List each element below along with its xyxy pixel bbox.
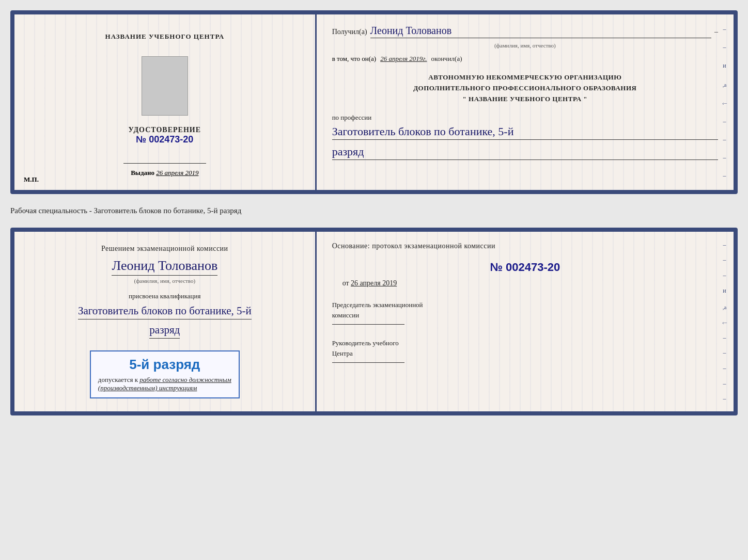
razryad-name-2: разряд xyxy=(149,324,180,339)
deco-dash: – xyxy=(723,118,726,124)
razryad-name-1: разряд xyxy=(332,145,718,160)
predsedatel-label: Председатель экзаменационной комиссии xyxy=(332,300,718,320)
vydano-date: 26 апреля 2019 xyxy=(156,169,198,177)
predsedatel-line1: Председатель экзаменационной xyxy=(332,301,423,309)
blue-box-text: допускается к работе согласно должностны… xyxy=(98,376,231,392)
org-line3: " НАЗВАНИЕ УЧЕБНОГО ЦЕНТРА " xyxy=(332,94,718,105)
profession-name-2: Заготовитель блоков по ботанике, 5-й xyxy=(78,305,252,319)
deco-i: и xyxy=(723,287,726,295)
received-dash: – xyxy=(714,28,718,36)
card2-left: Решением экзаменационной комиссии Леонид… xyxy=(14,232,317,411)
vydano-label: Выдано xyxy=(131,169,154,177)
vydano-section: Выдано 26 апреля 2019 xyxy=(131,169,198,177)
side-decorations-2: – – – и ,а ‹– – – – – – xyxy=(718,232,731,411)
deco-dash: – xyxy=(723,365,726,371)
vtom-prefix: в том, что он(а) xyxy=(332,55,377,63)
po-professii-label: по профессии xyxy=(332,114,718,122)
deco-dash: – xyxy=(723,44,726,50)
osnovanie-label: Основание: протокол экзаменационной коми… xyxy=(332,242,718,250)
predsedatel-sign-line xyxy=(332,324,404,325)
mp-label: М.П. xyxy=(24,175,39,184)
blue-box-italic-1: работе согласно должностным xyxy=(139,376,231,383)
received-label: Получил(а) xyxy=(332,28,367,36)
received-line: Получил(а) Леонид Толованов – xyxy=(332,25,718,38)
deco-dash: – xyxy=(723,172,726,179)
blue-box-italic-2: (производственным) инструкциям xyxy=(98,384,197,392)
deco-dash: – xyxy=(723,154,726,161)
deco-dash: – xyxy=(723,242,726,248)
rukovoditel-line1: Руководитель учебного xyxy=(332,339,399,347)
deco-i: и xyxy=(723,62,726,70)
recipient-name: Леонид Толованов xyxy=(370,25,711,38)
predsedatel-section: Председатель экзаменационной комиссии xyxy=(332,300,718,325)
rukovoditel-label: Руководитель учебного Центра xyxy=(332,338,718,358)
vtom-date: 26 апреля 2019г. xyxy=(380,55,427,63)
deco-dash: – xyxy=(723,272,726,278)
card1-right: Получил(а) Леонид Толованов – (фамилия, … xyxy=(317,14,734,190)
certificate-card-2: Решением экзаменационной комиссии Леонид… xyxy=(10,228,738,415)
vtom-line: в том, что он(а) 26 апреля 2019г. окончи… xyxy=(332,55,718,63)
ot-date: 26 апреля 2019 xyxy=(351,279,397,287)
blue-box-prefix: допускается к xyxy=(98,376,138,383)
rukovoditel-section: Руководитель учебного Центра xyxy=(332,338,718,363)
deco-dash: – xyxy=(723,334,726,341)
udostoverenie-section: УДОСТОВЕРЕНИЕ № 002473-20 xyxy=(129,126,201,145)
org-line1: АВТОНОМНУЮ НЕКОММЕРЧЕСКУЮ ОРГАНИЗАЦИЮ xyxy=(332,72,718,83)
vtom-end: окончил(а) xyxy=(431,55,462,63)
side-decorations-1: – – и ,а ‹– – – – – xyxy=(718,14,731,190)
udostoverenie-label: УДОСТОВЕРЕНИЕ xyxy=(129,126,201,134)
deco-dash: – xyxy=(723,349,726,356)
signature-line-1 xyxy=(123,163,206,164)
training-center-title: НАЗВАНИЕ УЧЕБНОГО ЦЕНТРА xyxy=(105,33,225,41)
deco-dash: – xyxy=(723,380,726,387)
resheniem-label: Решением экзаменационной комиссии xyxy=(101,245,228,253)
organization-block: АВТОНОМНУЮ НЕКОММЕРЧЕСКУЮ ОРГАНИЗАЦИЮ ДО… xyxy=(332,72,718,104)
certificate-card-1: НАЗВАНИЕ УЧЕБНОГО ЦЕНТРА УДОСТОВЕРЕНИЕ №… xyxy=(10,10,738,194)
profession-name-1: Заготовитель блоков по ботанике, 5-й xyxy=(332,125,718,140)
deco-dash: – xyxy=(723,257,726,263)
org-line2: ДОПОЛНИТЕЛЬНОГО ПРОФЕССИОНАЛЬНОГО ОБРАЗО… xyxy=(332,83,718,94)
deco-a: ,а xyxy=(723,82,727,88)
blue-box: 5-й разряд допускается к работе согласно… xyxy=(90,350,240,398)
deco-arrow: ‹– xyxy=(722,100,727,106)
card1-left: НАЗВАНИЕ УЧЕБНОГО ЦЕНТРА УДОСТОВЕРЕНИЕ №… xyxy=(14,14,317,190)
card2-right: Основание: протокол экзаменационной коми… xyxy=(317,232,734,411)
predsedatel-line2: комиссии xyxy=(332,311,360,319)
deco-dash: – xyxy=(723,395,726,402)
page-wrapper: НАЗВАНИЕ УЧЕБНОГО ЦЕНТРА УДОСТОВЕРЕНИЕ №… xyxy=(10,10,738,415)
photo-placeholder xyxy=(142,56,188,116)
ot-line: от 26 апреля 2019 xyxy=(342,279,718,287)
deco-arrow: ‹– xyxy=(722,319,727,325)
rukovoditel-line2: Центра xyxy=(332,349,353,357)
fio-label-2: (фамилия, имя, отчество) xyxy=(134,278,195,284)
deco-a: ,а xyxy=(723,304,727,310)
fio-label-1: (фамилия, имя, отчество) xyxy=(332,42,718,49)
blue-box-title: 5-й разряд xyxy=(98,357,231,373)
deco-dash: – xyxy=(723,26,726,32)
person-name-2: Леонид Толованов xyxy=(112,258,217,276)
deco-dash: – xyxy=(723,136,726,142)
rukovoditel-sign-line xyxy=(332,362,404,363)
middle-specialty-label: Рабочая специальность - Заготовитель бло… xyxy=(10,203,738,218)
certificate-number: № 002473-20 xyxy=(129,134,201,145)
protokol-number: № 002473-20 xyxy=(332,261,718,274)
ot-prefix: от xyxy=(342,279,349,287)
prisvoena-label: присвоена квалификация xyxy=(129,292,200,300)
